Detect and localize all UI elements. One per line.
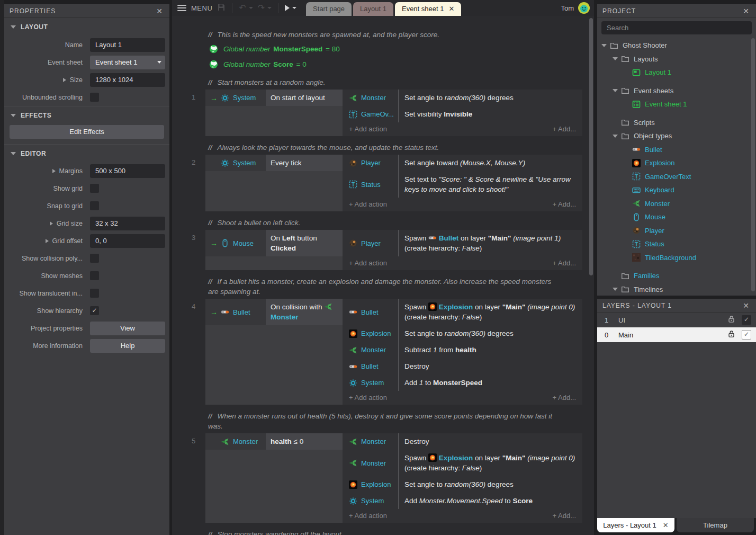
- action-row[interactable]: PlayerSpawn Bullet on layer "Main" (imag…: [343, 230, 582, 256]
- event-condition[interactable]: SystemEvery tick: [205, 155, 343, 171]
- condition-area[interactable]: [205, 171, 343, 211]
- condition-area[interactable]: [205, 106, 343, 136]
- tree-item-scripts[interactable]: Scripts: [597, 116, 756, 130]
- close-icon[interactable]: ✕: [663, 521, 669, 529]
- condition-area[interactable]: [205, 450, 343, 523]
- edit-effects-button[interactable]: Edit Effects: [10, 125, 164, 139]
- action-row[interactable]: BulletSpawn Explosion on layer "Main" (i…: [343, 299, 582, 325]
- global-variable-row[interactable]: Global number MonsterSpeed = 80: [172, 42, 594, 56]
- action-row[interactable]: MonsterSpawn Explosion on layer "Main" (…: [343, 450, 582, 476]
- comment-row[interactable]: //Always look the player towards the mou…: [208, 142, 557, 153]
- expand-icon[interactable]: [52, 169, 56, 173]
- add-button[interactable]: + Add...: [553, 259, 576, 267]
- tree-item-status[interactable]: TStatus: [597, 237, 756, 251]
- add-button[interactable]: + Add...: [553, 125, 576, 133]
- section-header-effects[interactable]: EFFECTS: [4, 106, 169, 124]
- visibility-checkbox[interactable]: ✓: [742, 315, 751, 325]
- project-tree-scrollbar[interactable]: [751, 38, 755, 291]
- save-icon[interactable]: [217, 3, 226, 13]
- redo-dropdown-icon[interactable]: [267, 7, 272, 9]
- grid-offset-field[interactable]: 0, 0: [90, 234, 165, 248]
- add-action-button[interactable]: + Add action: [349, 394, 387, 402]
- tree-item-object-types[interactable]: Object types: [597, 129, 756, 143]
- action-row[interactable]: MonsterSubtract 1 from health: [343, 342, 582, 358]
- event-condition[interactable]: →SystemOn start of layout: [205, 90, 343, 106]
- unbounded-scrolling-checkbox[interactable]: [90, 93, 99, 102]
- layer-row-main[interactable]: 0Main✓: [597, 327, 756, 342]
- add-button[interactable]: + Add...: [553, 512, 576, 520]
- comment-row[interactable]: //This is the speed new monsters are spa…: [208, 30, 557, 40]
- comment-row[interactable]: //If a bullet hits a monster, create an …: [208, 277, 557, 297]
- tree-item-event-sheet-1[interactable]: Event sheet 1: [597, 97, 756, 111]
- event-condition[interactable]: →MouseOn Left button Clicked: [205, 230, 343, 256]
- collapse-icon[interactable]: [613, 135, 618, 138]
- tree-item-player[interactable]: Player: [597, 224, 756, 238]
- event-sheet-scrollbar[interactable]: [589, 18, 593, 275]
- close-icon[interactable]: ✕: [742, 301, 751, 310]
- add-action-button[interactable]: + Add action: [349, 259, 387, 267]
- expand-icon[interactable]: [50, 221, 53, 226]
- tree-item-explosion[interactable]: Explosion: [597, 156, 756, 170]
- action-row[interactable]: BulletDestroy: [343, 358, 582, 374]
- collapse-icon[interactable]: [613, 57, 618, 60]
- comment-row[interactable]: //Start monsters at a random angle.: [208, 77, 557, 87]
- add-action-button[interactable]: + Add action: [349, 125, 387, 133]
- condition-area[interactable]: [205, 256, 343, 270]
- lock-icon[interactable]: [727, 315, 737, 325]
- tree-item-layout-1[interactable]: Layout 1: [597, 66, 756, 79]
- layer-row-ui[interactable]: 1UI✓: [597, 313, 756, 327]
- preview-play-icon[interactable]: [285, 5, 290, 11]
- collapse-icon[interactable]: [613, 288, 618, 291]
- add-action-button[interactable]: + Add action: [349, 200, 387, 208]
- tree-item-ghost-shooter[interactable]: Ghost Shooter: [597, 39, 756, 52]
- collapse-icon[interactable]: [613, 89, 618, 92]
- action-row[interactable]: TGameOv...Set visibility Invisible: [343, 106, 582, 122]
- help-button[interactable]: Help: [90, 339, 165, 353]
- collapse-icon[interactable]: [601, 44, 607, 47]
- comment-row[interactable]: //Stop monsters wandering off the layout…: [208, 529, 557, 535]
- tree-item-bullet[interactable]: Bullet: [597, 143, 756, 157]
- name-field[interactable]: Layout 1: [90, 38, 165, 52]
- global-variable-row[interactable]: Global number Score = 0: [172, 57, 594, 71]
- tree-item-tiledbackground[interactable]: TiledBackground: [597, 251, 756, 265]
- tab-layout-1[interactable]: Layout 1: [353, 2, 393, 16]
- redo-icon[interactable]: ↷: [258, 4, 265, 12]
- add-action-button[interactable]: + Add action: [349, 512, 387, 520]
- grid-size-field[interactable]: 32 x 32: [90, 217, 165, 230]
- menu-icon[interactable]: [177, 5, 186, 11]
- comment-row[interactable]: //Shoot a bullet on left click.: [208, 218, 557, 228]
- close-icon[interactable]: ✕: [155, 7, 164, 15]
- section-header-layout[interactable]: LAYOUT: [4, 18, 169, 36]
- action-row[interactable]: ExplosionSet angle to random(360) degree…: [343, 476, 582, 493]
- action-row[interactable]: PlayerSet angle toward (Mouse.X, Mouse.Y…: [343, 155, 582, 171]
- show-collision-poly-checkbox[interactable]: [90, 254, 99, 263]
- tree-item-event-sheets[interactable]: Event sheets: [597, 84, 756, 98]
- tree-item-layouts[interactable]: Layouts: [597, 52, 756, 66]
- tree-item-timelines[interactable]: Timelines: [597, 283, 756, 296]
- lock-icon[interactable]: [727, 330, 737, 340]
- size-field[interactable]: 1280 x 1024: [90, 73, 165, 87]
- panel-tab-layers-layout-1[interactable]: Layers - Layout 1✕: [597, 518, 674, 532]
- add-button[interactable]: + Add...: [553, 200, 576, 208]
- tree-item-keyboard[interactable]: Keyboard: [597, 183, 756, 197]
- search-input[interactable]: [601, 21, 752, 34]
- add-button[interactable]: + Add...: [553, 394, 576, 402]
- event-condition[interactable]: →BulletOn collision with Monster: [205, 299, 343, 325]
- action-row[interactable]: ExplosionSet angle to random(360) degree…: [343, 325, 582, 342]
- snap-to-grid-checkbox[interactable]: [90, 201, 99, 210]
- view-button[interactable]: View: [90, 322, 165, 335]
- preview-dropdown-icon[interactable]: [292, 7, 296, 9]
- show-grid-checkbox[interactable]: [90, 184, 99, 193]
- panel-tab-tilemap[interactable]: Tilemap: [677, 518, 754, 532]
- event-condition[interactable]: Monsterhealth ≤ 0: [205, 433, 343, 450]
- expand-icon[interactable]: [46, 239, 49, 243]
- tree-item-families[interactable]: Families: [597, 269, 756, 283]
- tree-item-monster[interactable]: Monster: [597, 197, 756, 211]
- expand-icon[interactable]: [63, 78, 66, 82]
- event-sheet-dropdown[interactable]: Event sheet 1: [90, 56, 165, 69]
- menu-button[interactable]: MENU: [191, 4, 212, 12]
- section-header-editor[interactable]: EDITOR: [4, 144, 169, 162]
- tree-item-mouse[interactable]: Mouse: [597, 210, 756, 224]
- undo-dropdown-icon[interactable]: [249, 7, 253, 9]
- action-row[interactable]: TStatusSet text to "Score: " & Score & n…: [343, 171, 582, 198]
